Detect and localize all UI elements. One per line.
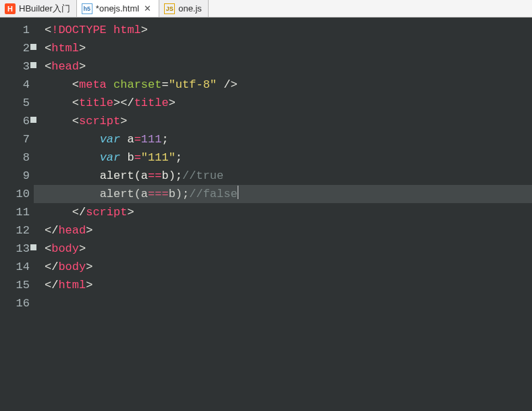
line-number: 10: [0, 185, 30, 203]
line-number: 1: [0, 21, 30, 39]
line-number: 5: [0, 94, 30, 112]
tab-label: *onejs.html: [96, 3, 139, 13]
line-number: 7: [0, 130, 30, 148]
line-number: 15: [0, 276, 30, 294]
code-line: <script>: [45, 112, 532, 130]
code-line: <body>: [45, 240, 532, 258]
code-area[interactable]: <!DOCTYPE html> <html> <head> <meta char…: [34, 18, 532, 411]
line-number-gutter: 1 2 3 4 5 6 7 8 9 10 11 12 13 14 15 16: [0, 18, 34, 411]
line-number: 9: [0, 167, 30, 185]
code-line: </script>: [45, 203, 532, 221]
html-file-icon: h5: [82, 3, 92, 14]
code-editor[interactable]: 1 2 3 4 5 6 7 8 9 10 11 12 13 14 15 16 <…: [0, 18, 532, 411]
code-line: <head>: [45, 57, 532, 76]
code-line: <html>: [45, 39, 532, 57]
hbuilder-icon: H: [5, 3, 16, 14]
code-line: </html>: [45, 276, 532, 294]
line-number: 6: [0, 112, 30, 130]
tab-label: one.js: [178, 3, 202, 13]
tab-hbuilder-intro[interactable]: H HBuilder入门: [0, 0, 77, 17]
js-file-icon: JS: [164, 3, 175, 14]
line-number: 13: [0, 240, 30, 258]
code-line: </head>: [45, 221, 532, 240]
code-line: <title></title>: [45, 94, 532, 112]
code-line: </body>: [45, 258, 532, 276]
line-number: 3: [0, 57, 30, 76]
line-number: 11: [0, 203, 30, 221]
code-line: <!DOCTYPE html>: [45, 21, 532, 39]
code-line: var a=111;: [45, 130, 532, 148]
close-icon[interactable]: ✕: [142, 3, 153, 13]
tab-bar: H HBuilder入门 h5 *onejs.html ✕ JS one.js: [0, 0, 532, 18]
line-number: 12: [0, 221, 30, 240]
tab-onejs-html[interactable]: h5 *onejs.html ✕: [77, 0, 159, 17]
code-line: var b="111";: [45, 148, 532, 167]
current-line-highlight: [34, 185, 532, 203]
line-number: 4: [0, 76, 30, 94]
line-number: 14: [0, 258, 30, 276]
line-number: 2: [0, 39, 30, 57]
line-number: 8: [0, 148, 30, 167]
tab-one-js[interactable]: JS one.js: [159, 0, 209, 17]
code-line: alert(a==b);//true: [45, 167, 532, 185]
tab-label: HBuilder入门: [19, 3, 70, 15]
line-number: 16: [0, 294, 30, 312]
code-line: <meta charset="utf-8" />: [45, 76, 532, 94]
code-line: [45, 294, 532, 312]
